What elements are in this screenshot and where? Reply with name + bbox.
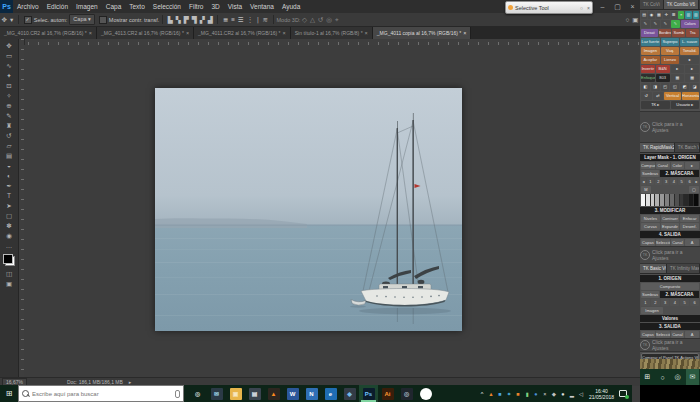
tool-preset-caret[interactable]: ▾ [8,16,14,24]
tk-panel-tab[interactable]: TK CoVi [640,0,664,9]
tk-output-button[interactable]: A [685,331,699,338]
path-selection-tool[interactable]: ➤ [0,201,18,211]
history-brush-tool[interactable]: ↺ [0,131,18,141]
selective-tool-close[interactable]: × [585,5,592,11]
tray-icon[interactable]: ▮ [523,391,531,397]
close-tab-icon[interactable]: × [283,30,286,36]
zoom-tool[interactable]: ◉ [0,231,18,241]
tk-modify-button[interactable]: Desenf. [680,223,699,230]
tk-combo-button[interactable]: ◪ [690,83,699,91]
tk-combo-button[interactable]: Usuario ▸ [671,101,700,109]
menu-item[interactable]: Ayuda [278,0,304,13]
tk-combo-button[interactable]: ◧ [641,83,650,91]
tk-combo-button[interactable]: Desat [641,29,658,37]
distribute-icon[interactable]: ⋮ [245,16,255,24]
tk-combo-button[interactable]: ✎ [641,20,650,28]
tray-icon[interactable]: ■ [514,391,522,397]
tk-combo-button[interactable]: ◩ [680,83,689,91]
document-tab[interactable]: _MG_4011 copia al 16,7% (RGB/16) * × [373,27,472,39]
crop-tool[interactable]: ⊡ [0,81,18,91]
tray-icon[interactable]: ▲ [487,391,495,397]
file-explorer[interactable]: ▣ [226,385,245,402]
chrome[interactable] [416,385,435,402]
tray-icon[interactable]: ● [532,391,540,397]
mode3d-icon[interactable]: △ [308,16,316,24]
foreground-color-swatch[interactable] [3,254,13,264]
tk-source-button[interactable]: Color [671,162,685,169]
tk-modify-button[interactable]: Expandir [661,223,680,230]
tk-ajustes-link[interactable]: TK Click para ir a Ajustes [640,111,700,143]
tk-source-button[interactable]: Canal [656,162,670,169]
tk-combo-button[interactable]: ▦ [685,74,699,82]
workspace-icon[interactable]: ▣ [631,16,640,24]
tk-combo-button[interactable]: ☰ [671,11,677,19]
align-icon[interactable]: ▞ [198,16,206,24]
tk-panel-tab[interactable]: TK Basic V6 [640,264,667,273]
dev-app[interactable]: ◆ [340,385,359,402]
document-tab[interactable]: _MG_4011.CR2 al 16,7% (RGB/16) * × [194,27,291,39]
tk-combo-button[interactable]: B&N [656,65,670,73]
tk-output-button[interactable]: Selección [656,331,670,338]
tk-combo-button[interactable]: ▦ [656,11,662,19]
next-icon[interactable]: ▸ [694,178,699,185]
menu-item[interactable]: Edición [43,0,72,13]
show-transform-checkbox[interactable] [99,16,107,24]
edit-toolbar-button[interactable]: … [0,241,18,251]
tk-output-button[interactable]: Capas [641,331,655,338]
menu-item[interactable]: Imagen [72,0,102,13]
illustrator[interactable]: Ai [378,385,397,402]
onenote[interactable]: N [302,385,321,402]
menu-item[interactable]: Capa [102,0,126,13]
tk-mask-number-button[interactable]: 6 [690,299,699,306]
type-tool[interactable]: T [0,191,18,201]
close-tab-icon[interactable]: × [365,30,368,36]
menu-item[interactable]: Texto [125,0,149,13]
tk-panel-tab[interactable]: TK Infinity Mask [667,264,700,273]
tk-combo-button[interactable]: × [678,11,684,19]
tk-modify-button[interactable]: Contraer [661,215,680,222]
tray-icon[interactable]: × [541,391,549,397]
quick-mask-button[interactable]: ◫ [0,269,18,279]
tk-mask-number-button[interactable]: 4 [670,299,679,306]
tk-mask-number-button[interactable]: 4 [670,178,677,185]
tk-mask-number-button[interactable]: 3 [661,299,670,306]
document-canvas[interactable] [155,88,462,331]
dodge-tool[interactable]: ◐ [0,171,18,181]
tk-modify-button[interactable]: Niveles [641,215,660,222]
restore[interactable]: ▢ [610,0,625,13]
tk-modify-button[interactable]: Enfocar [680,215,699,222]
tk-mask-number-button[interactable]: 2 [651,299,660,306]
distribute-icon[interactable]: ≣ [221,16,229,24]
task-view-icon-2[interactable]: ◎ [671,369,684,385]
tk-combo-button[interactable]: Vertical [664,92,681,100]
mode3d-icon[interactable]: ◇ [300,16,308,24]
tk-m-button[interactable]: M [641,186,651,193]
tk-mask-number-button[interactable]: 2 [655,178,662,185]
tk-mask-button[interactable]: Sombras [641,170,659,177]
mail[interactable]: ✉ [207,385,226,402]
eraser-tool[interactable]: ▱ [0,141,18,151]
tk-combo-button[interactable]: Superpo [661,38,680,46]
tk-mask-button[interactable]: Sombras [641,291,659,298]
tk-combo-button[interactable]: Horizontal [682,92,699,100]
tk-source-button[interactable]: Compuesto [641,283,699,290]
tray-icon[interactable]: ▂ [568,391,576,397]
tk-mask-number-button[interactable]: 6 [686,178,693,185]
mode3d-icon[interactable]: ◎ [325,16,334,24]
tk-mask-number-button[interactable]: 1 [647,178,654,185]
workspace-icon[interactable]: ○ [624,16,631,24]
tk-combo-button[interactable]: ▸ [671,65,685,73]
align-icon[interactable]: ▙ [166,16,174,24]
tk-output-button[interactable]: Canal [671,239,685,246]
tk-combo-button[interactable]: ✎ [661,20,670,28]
tk-mask-number-button[interactable]: 1 [641,299,650,306]
tk-combo-button[interactable]: Lienzo [661,56,680,64]
selective-tool-window[interactable]: Selective Tool ○ × [505,1,593,14]
tk-combo-button[interactable]: Somb [672,29,685,37]
cortana-icon[interactable]: ○ [656,369,669,385]
tk-source-button[interactable]: Compuesto [641,162,655,169]
search-input[interactable] [18,385,184,402]
tk-modify-button[interactable]: Curvas [641,223,660,230]
menu-item[interactable]: Vista [224,0,246,13]
menu-item[interactable]: Filtro [185,0,207,13]
